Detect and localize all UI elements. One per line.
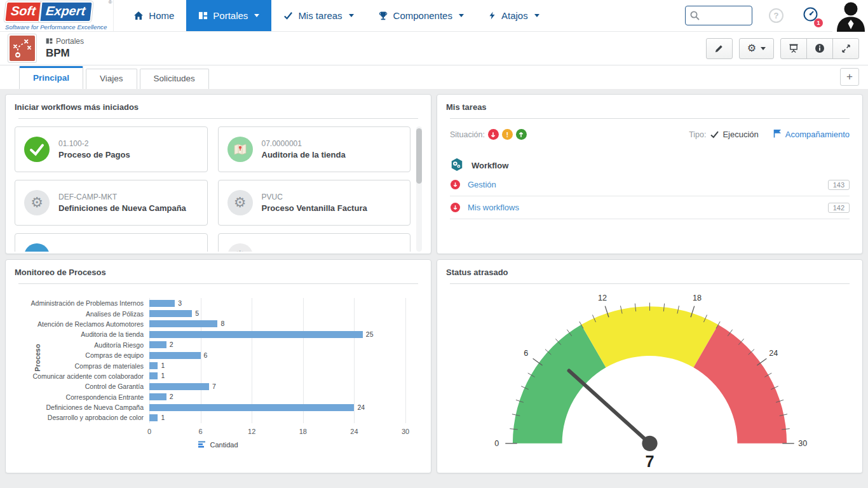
flag-icon <box>773 129 782 140</box>
workflow-card[interactable]: 07.0000001 Auditoria de la tienda <box>218 126 411 172</box>
bar <box>149 414 158 421</box>
user-avatar[interactable] <box>832 0 868 32</box>
workflow-card[interactable]: 01.100-2 Proceso de Pagos <box>15 126 208 172</box>
nav-item-componentes[interactable]: Componentes <box>366 0 476 31</box>
info-button[interactable] <box>806 38 833 59</box>
presentation-button[interactable] <box>780 38 807 59</box>
breadcrumb-grid-icon <box>46 37 53 47</box>
bar-category-label: Control de Garantía <box>15 383 149 390</box>
bar-category-label: Definiciones de Nueva Campaña <box>15 403 149 411</box>
edit-pencil-button[interactable] <box>706 38 733 59</box>
gear-icon: ⚙ <box>227 190 253 215</box>
tipo-ejecucion[interactable]: Ejecución <box>710 130 758 139</box>
bar <box>149 310 192 317</box>
bar-category-label: Compras de equipo <box>15 351 149 359</box>
tab-solicitudes[interactable]: Solicitudes <box>140 69 209 89</box>
portal-content: Iniciar workflows más iniciados 01.100-2… <box>0 89 868 478</box>
help-icon[interactable]: ? <box>769 8 783 23</box>
nav-item-label: Atajos <box>501 10 528 21</box>
bar-row: Auditoría Riesgo2 <box>15 340 422 350</box>
panel-title: Status atrasado <box>446 268 853 277</box>
workflow-name: Definiciones de Nueva Campaña <box>58 203 186 213</box>
bar-chart-rows: Administración de Problemas Internos3Ana… <box>15 298 422 423</box>
x-tick-label: 0 <box>147 428 151 435</box>
bar <box>149 320 217 327</box>
workflow-card[interactable] <box>15 233 208 252</box>
task-link[interactable]: Gestión <box>468 180 496 189</box>
tab-principal[interactable]: Principal <box>19 66 83 89</box>
bar-value-label: 25 <box>366 330 374 339</box>
x-tick-label: 6 <box>199 428 203 435</box>
legend-bars-icon <box>198 441 206 449</box>
task-count-badge: 143 <box>828 180 850 190</box>
bar-category-label: Auditoria de la tienda <box>15 330 149 338</box>
bar-chart-legend: Cantidad <box>15 441 422 449</box>
bar-value-label: 2 <box>170 393 173 401</box>
breadcrumb-label[interactable]: Portales <box>56 37 84 46</box>
status-ontime-icon[interactable] <box>516 129 527 140</box>
logo-expert: Expert <box>39 1 93 22</box>
status-overdue-icon[interactable] <box>488 129 499 140</box>
gauge-tick-label: 6 <box>524 349 528 358</box>
x-tick-label: 12 <box>248 428 255 435</box>
portals-grid-icon <box>198 11 208 20</box>
bar-value-label: 8 <box>220 320 224 328</box>
situacion-label: Situación: <box>450 130 485 139</box>
bar-row: Compras de equipo6 <box>15 350 422 360</box>
monitor-panel: Monitoreo de Procesos Proceso Administra… <box>5 259 431 473</box>
nav-item-mis-tareas[interactable]: Mis tareas <box>271 0 365 31</box>
bar-row: Correspondencia Entrante2 <box>15 392 422 402</box>
workflow-card[interactable]: ⚙ 01.2.001 <box>218 233 411 252</box>
bar-row: Analises de Pólizas5 <box>15 308 422 318</box>
notification-badge: 1 <box>814 18 823 27</box>
caret-down-icon <box>459 14 464 17</box>
workflow-card[interactable]: ⚙ PVUC Proceso Ventanilla Factura <box>218 180 411 226</box>
bar-value-label: 2 <box>170 341 173 349</box>
overdue-down-arrow-icon <box>451 180 460 189</box>
bar-value-label: 1 <box>161 362 165 370</box>
cards-scrollbar[interactable] <box>416 126 422 252</box>
logo-tagline: Software for Performance Excellence <box>5 24 107 30</box>
breadcrumb: Portales BPM <box>46 37 84 59</box>
bar-chart-xaxis: 0612182430 <box>149 423 405 436</box>
caret-down-icon <box>349 14 354 17</box>
gauge-hub <box>642 436 657 451</box>
scrollbar-thumb[interactable] <box>416 128 422 184</box>
status-panel: Status atrasado 06121824307 <box>437 259 863 473</box>
task-row-mis-workflows: Mis workflows 142 <box>450 196 850 219</box>
workflow-card[interactable]: ⚙ DEF-CAMP-MKT Definiciones de Nueva Cam… <box>15 180 208 226</box>
bar-chart: Proceso Administración de Problemas Inte… <box>15 298 422 449</box>
gauge-tick-label: 12 <box>598 294 607 302</box>
status-warning-icon[interactable]: ! <box>502 129 513 140</box>
tipo-acompanamiento[interactable]: Acompañamiento <box>773 129 850 140</box>
softexpert-logo[interactable]: Soft Expert ® Software for Performance E… <box>0 0 114 31</box>
task-count-badge: 142 <box>828 203 850 213</box>
nav-item-portales[interactable]: Portales <box>186 0 271 31</box>
main-nav: Home Portales Mis tareas Componentes Ata… <box>121 0 551 31</box>
nav-item-label: Mis tareas <box>298 10 342 21</box>
circle-icon <box>24 243 50 252</box>
x-tick-label: 30 <box>402 428 409 435</box>
expand-button[interactable] <box>832 38 859 59</box>
notifications-icon[interactable]: 1 <box>803 6 818 25</box>
gauge-needle <box>569 370 649 443</box>
bar <box>149 341 166 348</box>
settings-gear-button[interactable]: ⚙ <box>739 38 774 59</box>
task-link[interactable]: Mis workflows <box>468 203 519 212</box>
logo-soft: Soft <box>4 1 42 22</box>
add-tab-button[interactable]: + <box>840 68 859 86</box>
logo-registered-mark: ® <box>108 0 112 5</box>
bar-value-label: 6 <box>204 351 208 360</box>
nav-item-home[interactable]: Home <box>121 0 186 31</box>
check-icon <box>283 11 293 20</box>
map-icon <box>227 137 253 162</box>
bar-value-label: 5 <box>195 309 199 318</box>
tasks-panel: Mis tareas Situación: ! Tipo: Ejecución … <box>437 94 863 254</box>
workflow-hexagon-icon <box>450 158 464 173</box>
task-group-workflow: Workflow <box>450 158 850 173</box>
panel-title: Iniciar workflows más iniciados <box>15 102 422 112</box>
nav-item-atajos[interactable]: Atajos <box>476 0 552 31</box>
workflow-code: 01.2.001 <box>262 251 292 252</box>
gauge-tick-label: 0 <box>494 439 499 448</box>
tab-viajes[interactable]: Viajes <box>86 69 137 89</box>
